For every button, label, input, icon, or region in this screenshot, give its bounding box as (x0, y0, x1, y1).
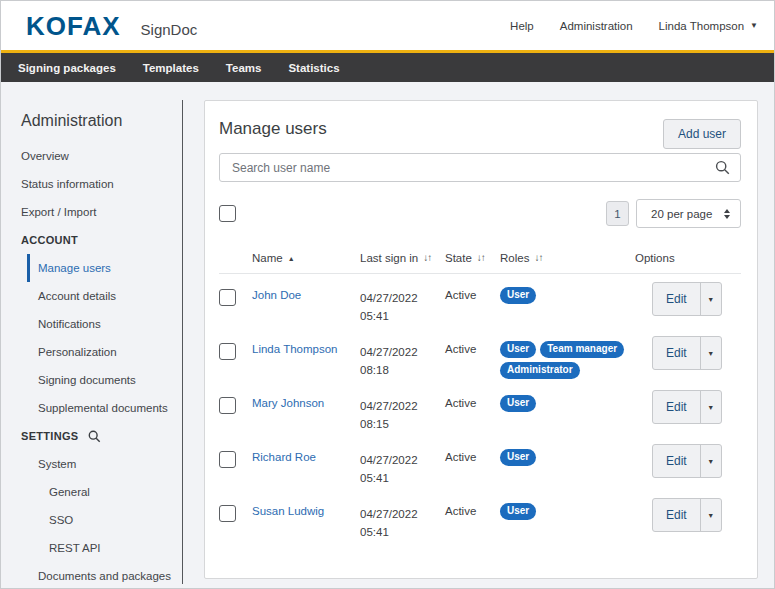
chevron-down-icon: ▼ (707, 404, 714, 411)
row-checkbox[interactable] (219, 343, 236, 360)
roles-cell: User (500, 382, 635, 412)
role-badge: Team manager (540, 341, 624, 358)
search-icon[interactable] (715, 160, 730, 175)
sidebar-item-supplemental-documents[interactable]: Supplemental documents (1, 394, 182, 422)
sidebar-title: Administration (1, 112, 182, 130)
panel-head: Manage users Add user (219, 119, 741, 139)
nav-statistics[interactable]: Statistics (288, 62, 339, 74)
edit-dropdown-button[interactable]: ▼ (700, 391, 721, 423)
edit-button[interactable]: Edit (653, 337, 700, 369)
column-header-state[interactable]: State ↓↑ (445, 252, 500, 264)
edit-dropdown-button[interactable]: ▼ (700, 337, 721, 369)
table-row: Linda Thompson 04/27/2022 08:18 Active U… (219, 328, 741, 382)
search-wrap (219, 153, 741, 182)
user-name-link[interactable]: John Doe (252, 289, 301, 301)
chevron-down-icon: ▼ (707, 458, 714, 465)
chevron-down-icon: ▼ (707, 512, 714, 519)
sort-icon: ↓↑ (477, 253, 485, 263)
product-name: SignDoc (141, 21, 198, 38)
edit-button[interactable]: Edit (653, 391, 700, 423)
edit-dropdown-button[interactable]: ▼ (700, 445, 721, 477)
sort-icon: ↓↑ (534, 253, 542, 263)
user-name-link[interactable]: Linda Thompson (252, 343, 337, 355)
sidebar-item-account-details[interactable]: Account details (1, 282, 182, 310)
user-name-link[interactable]: Richard Roe (252, 451, 316, 463)
row-checkbox[interactable] (219, 505, 236, 522)
edit-split-button: Edit ▼ (652, 282, 722, 316)
page-number-button[interactable]: 1 (606, 201, 629, 226)
select-arrows-icon (724, 209, 730, 219)
top-right-links: Help Administration Linda Thompson ▼ (510, 20, 758, 32)
app-window: KOFAX SignDoc Help Administration Linda … (0, 0, 775, 589)
search-input[interactable] (219, 153, 741, 182)
user-menu[interactable]: Linda Thompson ▼ (659, 20, 758, 32)
column-header-roles[interactable]: Roles ↓↑ (500, 252, 635, 264)
sidebar-item-rest-api[interactable]: REST API (1, 534, 182, 562)
table-row: Mary Johnson 04/27/2022 08:15 Active Use… (219, 382, 741, 436)
sidebar-item-system[interactable]: System (1, 450, 182, 478)
edit-split-button: Edit ▼ (652, 390, 722, 424)
sidebar-item-general[interactable]: General (1, 478, 182, 506)
add-user-button[interactable]: Add user (663, 119, 741, 149)
table-row: John Doe 04/27/2022 05:41 Active User Ed… (219, 274, 741, 328)
sidebar-item-notifications[interactable]: Notifications (1, 310, 182, 338)
edit-button[interactable]: Edit (653, 283, 700, 315)
administration-link[interactable]: Administration (560, 20, 633, 32)
edit-button[interactable]: Edit (653, 499, 700, 531)
role-badge: User (500, 287, 536, 304)
select-all-checkbox[interactable] (219, 205, 236, 222)
user-name-link[interactable]: Susan Ludwig (252, 505, 324, 517)
role-badge: User (500, 503, 536, 520)
help-link[interactable]: Help (510, 20, 534, 32)
edit-split-button: Edit ▼ (652, 336, 722, 370)
users-table: Name ▲ Last sign in ↓↑ State ↓↑ Roles ↓↑… (219, 252, 741, 544)
last-sign-in-cell: 04/27/2022 05:41 (360, 490, 445, 541)
page-size-value: 20 per page (651, 208, 712, 220)
sort-ascending-icon: ▲ (288, 255, 295, 262)
table-row: Richard Roe 04/27/2022 05:41 Active User… (219, 436, 741, 490)
sidebar-item-manage-users[interactable]: Manage users (27, 254, 182, 282)
chevron-down-icon: ▼ (707, 350, 714, 357)
toolbar-right: 1 20 per page (606, 199, 741, 228)
column-header-name[interactable]: Name ▲ (252, 252, 360, 264)
row-checkbox[interactable] (219, 289, 236, 306)
roles-cell: User Team manager Administrator (500, 328, 635, 379)
state-cell: Active (445, 382, 500, 409)
state-cell: Active (445, 490, 500, 517)
sidebar-item-overview[interactable]: Overview (1, 142, 182, 170)
settings-search-icon[interactable] (88, 430, 101, 443)
sidebar-section-settings: SETTINGS (1, 430, 101, 443)
column-header-last-sign-in[interactable]: Last sign in ↓↑ (360, 252, 445, 264)
roles-cell: User (500, 436, 635, 466)
sidebar-item-export-import[interactable]: Export / Import (1, 198, 182, 226)
sidebar-item-sso[interactable]: SSO (1, 506, 182, 534)
user-name-link[interactable]: Mary Johnson (252, 397, 324, 409)
edit-dropdown-button[interactable]: ▼ (700, 283, 721, 315)
sidebar-item-personalization[interactable]: Personalization (1, 338, 182, 366)
chevron-down-icon: ▼ (707, 296, 714, 303)
main-navbar: Signing packages Templates Teams Statist… (1, 53, 774, 82)
table-header: Name ▲ Last sign in ↓↑ State ↓↑ Roles ↓↑… (219, 252, 741, 274)
sidebar-item-signing-documents[interactable]: Signing documents (1, 366, 182, 394)
edit-dropdown-button[interactable]: ▼ (700, 499, 721, 531)
state-cell: Active (445, 274, 500, 301)
admin-sidebar: Administration Overview Status informati… (1, 100, 183, 584)
manage-users-panel: Manage users Add user 1 20 per page (204, 100, 758, 579)
kofax-logo: KOFAX (26, 13, 121, 39)
edit-split-button: Edit ▼ (652, 444, 722, 478)
nav-templates[interactable]: Templates (143, 62, 199, 74)
user-name: Linda Thompson (659, 20, 744, 32)
page-size-select[interactable]: 20 per page (636, 199, 741, 228)
nav-teams[interactable]: Teams (226, 62, 262, 74)
role-badge: User (500, 341, 536, 358)
row-checkbox[interactable] (219, 397, 236, 414)
last-sign-in-cell: 04/27/2022 05:41 (360, 274, 445, 325)
sidebar-item-documents-and-packages[interactable]: Documents and packages (1, 562, 182, 589)
nav-signing-packages[interactable]: Signing packages (18, 62, 116, 74)
row-checkbox[interactable] (219, 451, 236, 468)
last-sign-in-cell: 04/27/2022 08:15 (360, 382, 445, 433)
settings-section-label: SETTINGS (21, 430, 78, 442)
sidebar-item-status-information[interactable]: Status information (1, 170, 182, 198)
edit-button[interactable]: Edit (653, 445, 700, 477)
state-cell: Active (445, 328, 500, 355)
